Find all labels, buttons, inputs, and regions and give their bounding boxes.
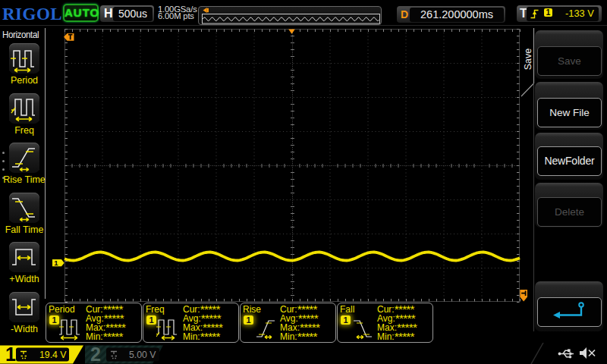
svg-text:5.00 V: 5.00 V	[129, 350, 156, 360]
svg-text:19.4 V: 19.4 V	[39, 350, 67, 360]
svg-text:1: 1	[54, 259, 58, 267]
svg-text:2: 2	[90, 344, 101, 364]
svg-text:1: 1	[5, 344, 16, 364]
